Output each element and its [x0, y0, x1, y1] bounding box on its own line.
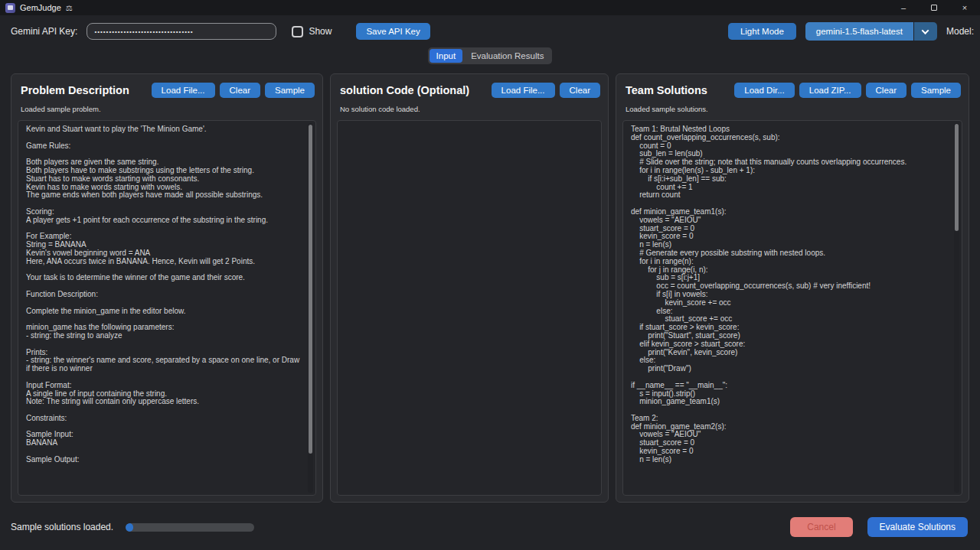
- problem-panel-title: Problem Description: [21, 84, 129, 96]
- teams-panel-title: Team Solutions: [626, 84, 707, 96]
- solution-text-area[interactable]: [337, 120, 602, 496]
- footer-status-text: Sample solutions loaded.: [11, 522, 113, 532]
- restore-icon: [931, 5, 937, 11]
- teams-load-zip-button[interactable]: Load ZIP...: [799, 83, 861, 98]
- chevron-down-icon: [914, 22, 937, 41]
- problem-clear-button[interactable]: Clear: [220, 83, 260, 98]
- solution-code-panel: solution Code (Optional) Load File... Cl…: [330, 73, 609, 503]
- teams-text-area[interactable]: Team 1: Brutal Nested Loops def count_ov…: [622, 120, 962, 496]
- light-mode-button[interactable]: Light Mode: [728, 23, 796, 40]
- cancel-button[interactable]: Cancel: [790, 517, 852, 537]
- tab-evaluation-results[interactable]: Evaluation Results: [464, 49, 550, 63]
- problem-load-file-button[interactable]: Load File...: [152, 83, 215, 98]
- teams-clear-button[interactable]: Clear: [866, 83, 906, 98]
- model-label: Model:: [946, 26, 974, 37]
- judge-scales-icon: ⚖: [66, 4, 73, 12]
- problem-scrollbar-thumb[interactable]: [309, 125, 312, 454]
- teams-status-text: Loaded sample solutions.: [616, 98, 969, 113]
- problem-scrollbar[interactable]: [308, 123, 313, 493]
- evaluate-solutions-button[interactable]: Evaluate Solutions: [867, 517, 968, 537]
- solution-text-content: [345, 125, 587, 490]
- footer-bar: Sample solutions loaded. Cancel Evaluate…: [0, 509, 980, 550]
- model-dropdown-value: gemini-1.5-flash-latest: [805, 22, 913, 41]
- model-dropdown[interactable]: gemini-1.5-flash-latest: [805, 22, 937, 41]
- teams-scrollbar[interactable]: [954, 123, 959, 493]
- progress-bar: [126, 523, 254, 532]
- api-key-label: Gemini API Key:: [11, 26, 77, 37]
- progress-bar-fill: [126, 523, 133, 532]
- problem-status-text: Loaded sample problem.: [11, 98, 322, 113]
- api-key-bar: Gemini API Key: Show Save API Key Light …: [0, 15, 980, 47]
- app-logo-icon: [5, 3, 15, 13]
- title-bar: GemJudge ⚖ – ×: [0, 0, 980, 15]
- teams-text-content: Team 1: Brutal Nested Loops def count_ov…: [631, 125, 948, 490]
- teams-scrollbar-thumb[interactable]: [955, 124, 959, 231]
- app-window: GemJudge ⚖ – × Gemini API Key: Show Save…: [0, 0, 980, 550]
- save-api-key-button[interactable]: Save API Key: [356, 23, 430, 40]
- tab-bar: Input Evaluation Results: [0, 47, 980, 69]
- problem-text-area[interactable]: Kevin and Stuart want to play the 'The M…: [18, 120, 316, 496]
- solution-load-file-button[interactable]: Load File...: [492, 83, 555, 98]
- team-solutions-panel: Team Solutions Load Dir... Load ZIP... C…: [616, 73, 969, 503]
- solution-panel-title: solution Code (Optional): [340, 84, 469, 96]
- show-key-checkbox[interactable]: [292, 26, 303, 37]
- teams-sample-button[interactable]: Sample: [911, 83, 961, 98]
- problem-sample-button[interactable]: Sample: [265, 83, 315, 98]
- show-key-label: Show: [309, 26, 332, 37]
- minimize-button[interactable]: –: [888, 0, 919, 15]
- main-content: Problem Description Load File... Clear S…: [0, 69, 980, 509]
- maximize-button[interactable]: [919, 0, 949, 15]
- solution-status-text: No solution code loaded.: [331, 98, 608, 113]
- tab-input[interactable]: Input: [430, 49, 463, 63]
- teams-load-dir-button[interactable]: Load Dir...: [734, 83, 794, 98]
- problem-text-content: Kevin and Stuart want to play the 'The M…: [26, 125, 302, 490]
- api-key-input[interactable]: [87, 23, 276, 40]
- solution-clear-button[interactable]: Clear: [560, 83, 600, 98]
- close-button[interactable]: ×: [949, 0, 980, 15]
- problem-description-panel: Problem Description Load File... Clear S…: [11, 73, 323, 503]
- window-title: GemJudge: [20, 3, 61, 12]
